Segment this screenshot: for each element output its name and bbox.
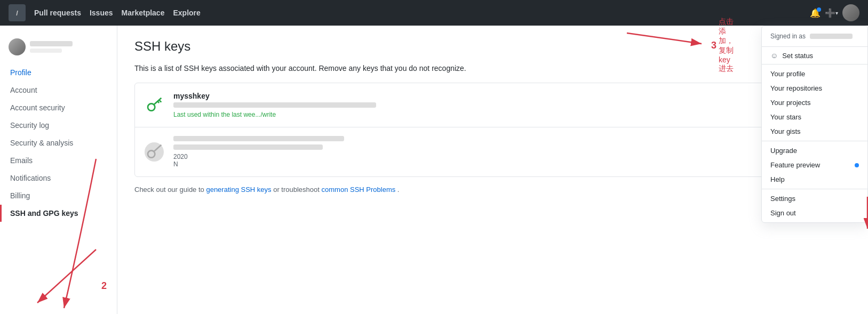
sign-out-item[interactable]: Sign out [762,206,867,220]
sidebar-item-billing[interactable]: Billing [0,187,117,204]
sidebar-item-account-security[interactable]: Account security [0,99,117,116]
your-stars-item[interactable]: Your stars [762,110,867,124]
ssh-key-card-2: 2020 N Delete [135,127,850,176]
footer-links: Check out our guide to generating SSH ke… [134,186,851,194]
sidebar-item-profile[interactable]: Profile [0,64,117,81]
key-svg-1 [146,96,163,114]
annotation-number-3: 3 [711,40,716,51]
sidebar-avatar [9,38,26,55]
upgrade-item[interactable]: Upgrade [762,143,867,158]
plus-icon: ➕ [825,8,835,18]
sidebar: Profile Account Account security Securit… [0,26,117,314]
ssh-key-info-2: 2020 N [173,136,801,168]
settings-item[interactable]: Settings [762,191,867,206]
svg-line-9 [154,145,161,151]
ssh-key-fingerprint-1 [173,102,376,108]
your-profile-item[interactable]: Your profile [762,67,867,81]
issues-link[interactable]: Issues [90,9,113,17]
topnav-right: 🔔 ➕ ▾ [810,4,859,21]
marketplace-link[interactable]: Marketplace [122,9,165,17]
subtitle-text: This is a list of SSH keys associated wi… [134,63,851,74]
smiley-icon: ☺ [770,51,778,60]
sidebar-user [0,34,117,64]
avatar [842,4,859,21]
annotation-text: 点击添加，复制key进去 [719,17,734,74]
sidebar-item-notifications[interactable]: Notifications [0,170,117,187]
add-button[interactable]: ➕ ▾ [825,8,838,18]
ssh-keys-list: mysshkey Last used within the last wee..… [134,83,851,177]
user-avatar-button[interactable] [842,4,859,21]
your-gists-item[interactable]: Your gists [762,124,867,139]
ssh-key-meta-2b: N [173,160,801,168]
dropdown-menu: Signed in as ☺ Set status Your profile Y… [761,26,868,223]
dropdown-header: Signed in as [762,26,867,47]
feature-preview-label: Feature preview [770,161,820,169]
generating-ssh-keys-link[interactable]: generating SSH keys [206,186,271,194]
page-title-row: SSH keys 3 点击添加，复制key进去 New SSH key [134,38,851,54]
your-repositories-item[interactable]: Your repositories [762,81,867,95]
chevron-down-icon: ▾ [835,10,838,16]
common-ssh-problems-link[interactable]: common SSH Problems [322,186,396,194]
sidebar-item-emails[interactable]: Emails [0,152,117,169]
key-icon-1 [144,94,165,116]
your-projects-item[interactable]: Your projects [762,95,867,110]
signed-in-label: Signed in as [770,33,806,40]
help-item[interactable]: Help [762,172,867,187]
nav-logo[interactable]: / [9,4,26,21]
key-icon-2 [144,141,165,163]
key-svg-2 [146,143,163,160]
set-status-label: Set status [782,52,813,60]
dropdown-section-3: Settings Sign out [762,189,867,222]
svg-line-3 [627,33,702,44]
sidebar-item-ssh-gpg[interactable]: SSH and GPG keys [0,205,117,222]
explore-link[interactable]: Explore [173,9,200,17]
ssh-key-meta-2: 2020 [173,153,801,160]
svg-point-4 [148,103,155,110]
ssh-key-info-1: mysshkey Last used within the last wee..… [173,92,801,118]
notifications-button[interactable]: 🔔 [810,8,821,18]
sidebar-item-security-log[interactable]: Security log [0,117,117,134]
ssh-key-blurred-2 [173,136,344,141]
main-container: Profile Account Account security Securit… [0,26,868,314]
ssh-key-blurred-2b [173,144,323,150]
svg-line-6 [159,100,161,102]
page-title: SSH keys [134,39,190,54]
key-avatar-2 [145,142,164,162]
topnav-links: Pull requests Issues Marketplace Explore [34,9,201,17]
svg-line-7 [158,101,160,103]
feature-preview-item[interactable]: Feature preview [762,158,867,172]
ssh-key-name-1: mysshkey [173,92,801,100]
pull-requests-link[interactable]: Pull requests [34,9,81,17]
sidebar-item-account[interactable]: Account [0,82,117,99]
sidebar-item-security-analysis[interactable]: Security & analysis [0,134,117,151]
notification-dot [817,7,821,12]
set-status-item[interactable]: ☺ Set status [762,47,867,65]
dropdown-section-1: Your profile Your repositories Your proj… [762,65,867,141]
svg-point-8 [148,150,155,157]
dropdown-username [810,34,853,39]
ssh-key-meta-1: Last used within the last wee.../write [173,111,801,118]
dropdown-section-2: Upgrade Feature preview Help [762,141,867,189]
main-content: 2 SSH keys 3 点击添加，复制key进去 [117,26,868,314]
ssh-key-card-1: mysshkey Last used within the last wee..… [135,83,850,127]
annotation-number-2: 2 [101,280,107,292]
sidebar-username [30,41,73,53]
feature-preview-dot [855,163,859,167]
topnav: / Pull requests Issues Marketplace Explo… [0,0,868,26]
